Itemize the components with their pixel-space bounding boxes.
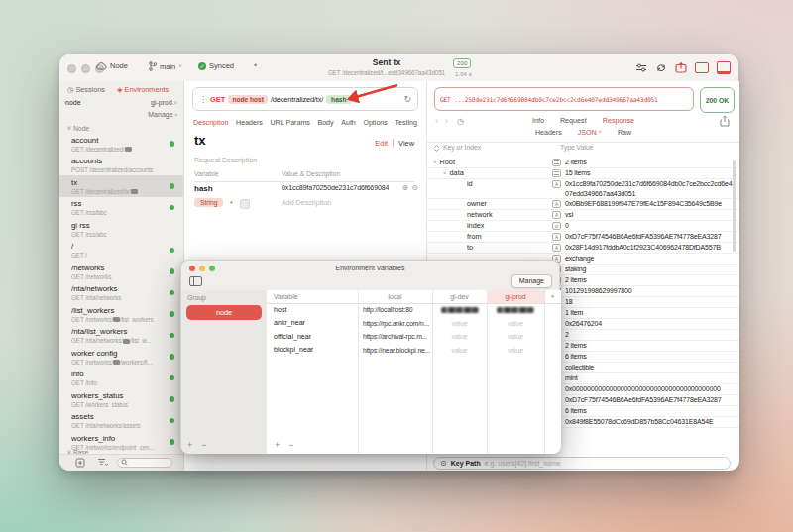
env-selector[interactable]: gi-prod ˅ (151, 99, 177, 106)
format-tab[interactable]: JSON ˅ (578, 129, 602, 137)
local-value[interactable]: https://archival-rpc.m... (358, 330, 432, 344)
gi-prod-value[interactable]: value (487, 330, 544, 344)
column-local[interactable]: local (358, 290, 432, 303)
sidebar-request-item[interactable]: /nta/networks GET /nta/networks (59, 282, 183, 304)
export-window-icon[interactable] (675, 62, 687, 73)
host-variable-pill[interactable]: node host (228, 95, 268, 104)
add-variable-button[interactable]: + (275, 440, 280, 450)
json-tree-row[interactable]: ˅ data 15 items (427, 168, 739, 179)
edit-button[interactable]: Edit (375, 139, 388, 148)
sync-status[interactable]: ✓ Synced (198, 61, 234, 70)
request-tab[interactable]: Auth (341, 117, 356, 129)
tab-environments[interactable]: ◈ Environments (117, 85, 169, 94)
sliders-icon[interactable] (635, 62, 647, 73)
variable-value[interactable]: 0x1cc89fa70250de231c7d6f669084d... (282, 184, 389, 192)
variable-name[interactable]: ankr_near (267, 317, 358, 331)
gi-prod-value[interactable]: value (487, 344, 544, 358)
env-variable-row[interactable]: host http://localhost:80 (267, 303, 561, 317)
env-variable-row[interactable]: blockpi_near https://near.blockpi.ne... … (267, 344, 561, 358)
expand-chevron-icon[interactable]: ˅ (433, 158, 437, 167)
gi-dev-value[interactable] (432, 303, 487, 317)
response-tab[interactable]: Response (603, 116, 634, 125)
request-group-header[interactable]: ˅ Node (67, 125, 89, 132)
response-tab[interactable]: Request (560, 116, 587, 125)
sidebar-request-item[interactable]: rss GET /rss/bbc (59, 197, 183, 219)
variable-name[interactable]: blockpi_near (267, 344, 358, 358)
sidebar-request-item[interactable]: info GET /info (59, 368, 183, 389)
request-tab[interactable]: Description (193, 117, 228, 129)
share-icon[interactable] (720, 115, 730, 127)
request-url-bar[interactable]: ⋮ GET node host /decentralized/tx/ hash … (192, 87, 418, 111)
response-url-box[interactable]: GET ...250de231c7d6f669084db0c7ce2bcc2cd… (434, 87, 694, 111)
remove-group-button[interactable]: − (201, 440, 206, 450)
sidebar-request-item[interactable]: tx GET /decentralized/tx/ (59, 175, 183, 197)
send-refresh-icon[interactable]: ↻ (403, 94, 411, 104)
insert-value-icon[interactable]: ⊕ (402, 183, 409, 192)
sidebar-request-item[interactable]: workers_status GET /workers_status (59, 388, 183, 410)
manage-environments-button[interactable]: Manage ▫ (148, 111, 177, 118)
variable-name[interactable]: host (267, 303, 358, 317)
request-tab[interactable]: Headers (236, 117, 263, 129)
request-tab[interactable]: Testing (395, 117, 416, 129)
view-button[interactable]: View (393, 139, 414, 148)
local-value[interactable]: https://near.blockpi.ne... (358, 344, 432, 358)
json-tree-row[interactable]: ˅ to 0x28F14d917fddbA0c1f2923C406962478D… (427, 243, 739, 254)
response-tab[interactable]: Info (532, 116, 544, 125)
sidebar-request-item[interactable]: gi rss GET /rss/abc (59, 218, 183, 240)
gi-dev-value[interactable]: value (432, 344, 487, 358)
modal-manage-button[interactable]: Manage (511, 274, 552, 288)
minimize-button[interactable] (81, 64, 90, 73)
search-input[interactable] (117, 458, 172, 468)
layout-single-icon[interactable] (695, 62, 709, 73)
format-tab[interactable]: Headers ˅ (535, 129, 562, 137)
sidebar-request-item[interactable]: assets GET /nta/networks/assets (59, 410, 183, 432)
sidebar-request-item[interactable]: account GET /decentralized/ (59, 133, 183, 155)
json-tree-row[interactable]: ˅ network vsl (427, 210, 739, 221)
variable-name[interactable]: official_near (267, 330, 358, 344)
json-tree-row[interactable]: ˅ owner 0x0Bb9EF688199f947E79fE4c15F894C… (427, 199, 739, 210)
env-variable-row[interactable]: ankr_near https://rpc.ankr.com/n... valu… (267, 317, 561, 331)
url-path[interactable]: /decentralized/tx/ (271, 95, 323, 104)
request-tab[interactable]: URL Params (271, 117, 310, 129)
env-variable-row[interactable]: official_near https://archival-rpc.m... … (267, 330, 561, 344)
branch-selector[interactable]: main ˅ (149, 61, 182, 71)
request-method[interactable]: GET (210, 95, 225, 104)
sidebar-request-item[interactable]: worker config GET /networks//workers/fi.… (59, 346, 183, 368)
add-environment-button[interactable]: + (544, 290, 561, 303)
json-tree-row[interactable]: ˅ from 0xD7cF75f74546B6Ae6fdFA5396AE7f47… (427, 232, 739, 243)
variable-checkbox[interactable] (240, 199, 250, 209)
gi-dev-value[interactable]: value (432, 317, 487, 331)
filter-icon[interactable] (97, 458, 108, 468)
close-button[interactable] (67, 64, 76, 73)
remove-value-icon[interactable]: ⊖ (411, 183, 418, 192)
column-gi-dev[interactable]: gi-dev (432, 290, 487, 303)
new-request-icon[interactable] (75, 458, 85, 468)
column-gi-prod[interactable]: gi-prod (487, 290, 544, 303)
json-tree-row[interactable]: ˅ index 0 (427, 221, 739, 232)
request-description-placeholder[interactable]: Request Description (194, 157, 257, 163)
project-selector[interactable]: Node (95, 61, 128, 70)
sidebar-request-item[interactable]: accounts POST /decentralized/accounts (59, 155, 183, 176)
sidebar-request-item[interactable]: / GET / (59, 240, 183, 262)
expand-chevron-icon[interactable]: ˅ (443, 168, 447, 178)
request-tab[interactable]: Body (317, 117, 333, 129)
variable-type-pill[interactable]: String (194, 198, 223, 207)
format-tab[interactable]: Raw ˅ (618, 129, 631, 137)
gi-prod-value[interactable]: value (487, 317, 544, 331)
toggle-sidebar-icon[interactable] (189, 276, 202, 286)
layout-split-icon[interactable] (717, 61, 731, 74)
variable-name[interactable]: hash (194, 184, 213, 193)
remove-variable-button[interactable]: − (288, 440, 293, 450)
gi-prod-value[interactable] (487, 303, 544, 317)
gi-dev-value[interactable]: value (432, 330, 487, 344)
response-status-button[interactable]: 200 OK (700, 87, 735, 113)
json-tree-row[interactable]: ˅ Root 2 items (427, 158, 739, 168)
local-value[interactable]: https://rpc.ankr.com/n... (358, 317, 432, 331)
collapse-all-icon[interactable] (433, 145, 440, 152)
sidebar-request-item[interactable]: /nta/list_workers GET /nta/networks//lis… (59, 325, 183, 347)
key-path-input[interactable]: ⊙ Key Path e.g. users[42].first_name (433, 457, 731, 470)
add-group-button[interactable]: + (187, 440, 192, 450)
group-item[interactable]: node (186, 305, 262, 320)
tab-sessions[interactable]: ◷ Sessions (67, 85, 105, 94)
scrollbar[interactable] (733, 160, 736, 252)
